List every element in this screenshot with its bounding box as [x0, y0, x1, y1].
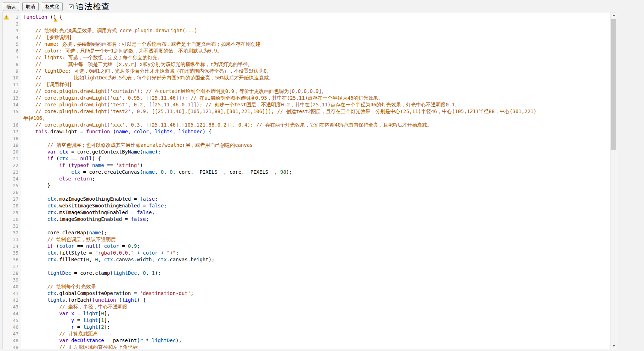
code-line-text[interactable]: // lightDec: 可选，0到1之间，光从多少百分比才开始衰减（在此范围内… [21, 68, 610, 74]
code-line-text[interactable]: // 其中每一项是三元组 [x,y,r] x和y分别为该灯光的横纵坐标，r为该灯… [21, 61, 610, 68]
line-number: 33 [3, 236, 21, 243]
code-line-text[interactable]: ctx.msImageSmoothingEnabled = false; [21, 209, 610, 216]
line-number: 43 [3, 303, 21, 310]
code-line: 47 // 计算衰减距离 [3, 330, 610, 337]
code-line-text[interactable]: // 绘制每个灯光效果 [21, 283, 610, 290]
code-line-text[interactable]: // 坐标，半径，中心不透明度 [21, 303, 610, 310]
code-line-text[interactable] [21, 223, 610, 229]
code-line-text[interactable]: // name: 必填，要绘制到的画布名；可以是一个系统画布，或者是个自定义画布… [21, 41, 610, 48]
code-line-text[interactable]: else return; [21, 176, 610, 182]
toolbar: 确认 取消 格式化 语法检查 [3, 1, 110, 11]
code-line: 30 ctx.imageSmoothingEnabled = false; [3, 216, 610, 223]
code-line-text[interactable]: if (color == null) color = 0.9; [21, 243, 610, 250]
editor-scrollbar[interactable] [610, 12, 617, 349]
code-line-text[interactable]: var x = light[0], [21, 310, 610, 317]
code-line-text[interactable]: // 【参数说明】 [21, 34, 610, 41]
code-line-text[interactable] [21, 277, 610, 283]
code-line-text[interactable]: // 正方形区域的直径和左上角坐标 [21, 344, 610, 349]
code-line: 44 var x = light[0], [3, 310, 610, 317]
line-number: 9 [3, 68, 21, 74]
code-line: 8 // 其中每一项是三元组 [x,y,r] x和y分别为该灯光的横纵坐标，r为… [3, 61, 610, 68]
code-line-text[interactable]: // lights: 可选，一个数组，定义了每个独立的灯光。 [21, 54, 610, 61]
code-line-text[interactable] [21, 135, 610, 142]
code-line-text[interactable]: // core.plugin.drawLight('xxx', 0.3, [[2… [21, 122, 610, 128]
code-line: 3 // 绘制灯光/漆黑层效果。调用方式 core.plugin.drawLig… [3, 27, 610, 34]
code-line: 5 // name: 必填，要绘制到的画布名；可以是一个系统画布，或者是个自定义… [3, 41, 610, 48]
code-line-text[interactable]: // 【调用样例】 [21, 81, 610, 88]
code-line-text[interactable]: lights.forEach(function (light) { [21, 297, 610, 303]
code-line-text[interactable]: // 比如lightDec为0.5代表，每个灯光部分内圈50%的范围全亮，50%… [21, 74, 610, 81]
line-number: 46 [3, 324, 21, 330]
line-number: 28 [3, 202, 21, 209]
code-line-text[interactable]: // core.plugin.drawLight('curtain'); // … [21, 88, 610, 95]
confirm-button[interactable]: 确认 [3, 2, 19, 11]
scrollbar-thumb[interactable] [611, 19, 616, 150]
code-line-text[interactable]: var decDistance = parseInt(r * lightDec)… [21, 337, 610, 344]
code-line: 42 lights.forEach(function (light) { [3, 297, 610, 303]
line-number: 3 [3, 27, 21, 34]
code-line: 9 // lightDec: 可选，0到1之间，光从多少百分比才开始衰减（在此范… [3, 68, 610, 74]
code-line-text[interactable] [21, 21, 610, 27]
code-line-text[interactable]: // 清空色调层；也可以修改成其它层比如animate/weather层，或者用… [21, 142, 610, 149]
line-number: 29 [3, 209, 21, 216]
line-number: 20 [3, 149, 21, 155]
code-line-text[interactable]: ctx = core.createCanvas(name, 0, 0, core… [21, 169, 610, 176]
line-number: 36 [3, 256, 21, 263]
line-number: 45 [3, 317, 21, 324]
syntax-check-checkbox[interactable] [69, 4, 74, 9]
line-number: 7 [3, 54, 21, 61]
code-line: 1function () { [3, 14, 610, 21]
line-number: 27 [3, 196, 21, 202]
cancel-button[interactable]: 取消 [22, 2, 39, 11]
code-line-text[interactable]: ctx.mozImageSmoothingEnabled = false; [21, 196, 610, 202]
line-number: 30 [3, 216, 21, 223]
line-number: 1 [3, 14, 21, 21]
code-line-text[interactable]: ctx.globalCompositeOperation = 'destinat… [21, 290, 610, 297]
code-line: 45 y = light[1], [3, 317, 610, 324]
code-line: 43 // 坐标，半径，中心不透明度 [3, 303, 610, 310]
code-line-text[interactable]: // color: 可选，只能是一个0~1之间的数，为不透明度的值。不填则默认为… [21, 48, 610, 54]
code-line: 20 var ctx = core.getContextByName(name)… [3, 149, 610, 155]
code-line-text[interactable]: ctx.imageSmoothingEnabled = false; [21, 216, 610, 223]
code-line-text[interactable]: r = light[2]; [21, 324, 610, 330]
code-editor[interactable]: 1function () {23 // 绘制灯光/漆黑层效果。调用方式 core… [2, 12, 617, 349]
scrollbar-up-button[interactable] [611, 12, 617, 18]
code-line-text[interactable]: lightDec = core.clamp(lightDec, 0, 1); [21, 270, 610, 277]
code-line-text[interactable]: y = light[1], [21, 317, 610, 324]
code-line: 48 var decDistance = parseInt(r * lightD… [3, 337, 610, 344]
code-line-text[interactable]: // core.plugin.drawLight('test2', 0.9, [… [21, 108, 610, 122]
scrollbar-down-button[interactable] [611, 343, 617, 349]
code-line-text[interactable]: core.clearMap(name); [21, 229, 610, 236]
code-line-text[interactable]: // core.plugin.drawLight('test', 0.2, [[… [21, 101, 610, 108]
lint-warning-icon [4, 15, 9, 20]
code-line-text[interactable]: function () { [21, 14, 610, 21]
code-line-text[interactable]: // 计算衰减距离 [21, 330, 610, 337]
code-line: 19 // 清空色调层；也可以修改成其它层比如animate/weather层，… [3, 142, 610, 149]
code-line-text[interactable]: var ctx = core.getContextByName(name); [21, 149, 610, 155]
code-line: 27 ctx.mozImageSmoothingEnabled = false; [3, 196, 610, 202]
line-number: 22 [3, 162, 21, 169]
code-line-text[interactable]: if (typeof name == 'string') [21, 162, 610, 169]
code-line: 14 // core.plugin.drawLight('test', 0.2,… [3, 101, 610, 108]
code-line: 46 r = light[2]; [3, 324, 610, 330]
line-number: 40 [3, 283, 21, 290]
line-number: 14 [3, 101, 21, 108]
code-line-text[interactable]: if (ctx == null) { [21, 155, 610, 162]
line-number: 2 [3, 21, 21, 27]
code-line-text[interactable]: } [21, 182, 610, 189]
code-line-text[interactable]: // core.plugin.drawLight('ui', 0.95, [[2… [21, 95, 610, 101]
code-line-text[interactable]: // 绘制灯光/漆黑层效果。调用方式 core.plugin.drawLight… [21, 27, 610, 34]
code-line-text[interactable]: this.drawLight = function (name, color, … [21, 128, 610, 135]
format-button[interactable]: 格式化 [42, 2, 63, 11]
code-line: 49 // 正方形区域的直径和左上角坐标 [3, 344, 610, 349]
code-line-text[interactable] [21, 263, 610, 270]
down-arrow-icon [612, 345, 615, 347]
code-line-text[interactable]: // 绘制色调层，默认不透明度 [21, 236, 610, 243]
code-line-text[interactable]: ctx.fillStyle = "rgba(0,0,0," + color + … [21, 250, 610, 256]
code-line: 26 [3, 189, 610, 196]
code-line: 32 core.clearMap(name); [3, 229, 610, 236]
code-line: 24 else return; [3, 176, 610, 182]
code-line-text[interactable] [21, 189, 610, 196]
code-line-text[interactable]: ctx.webkitImageSmoothingEnabled = false; [21, 202, 610, 209]
code-line-text[interactable]: ctx.fillRect(0, 0, ctx.canvas.width, ctx… [21, 256, 610, 263]
